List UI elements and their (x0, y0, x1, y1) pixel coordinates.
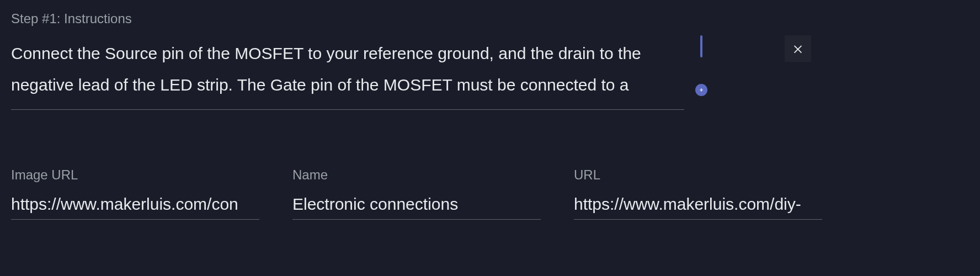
instructions-textarea[interactable] (11, 33, 684, 110)
plus-circle-icon (697, 86, 705, 94)
close-button[interactable] (785, 35, 811, 62)
name-label: Name (292, 167, 541, 183)
url-field-group: URL (574, 167, 822, 220)
instructions-input-wrapper (11, 33, 684, 112)
side-controls (695, 33, 707, 96)
fields-row: Image URL Name URL (11, 167, 969, 220)
image-url-input[interactable] (11, 189, 259, 220)
instructions-row (11, 33, 969, 112)
name-input[interactable] (292, 189, 541, 220)
step-instructions-label: Step #1: Instructions (11, 11, 969, 26)
url-label: URL (574, 167, 822, 183)
image-url-field-group: Image URL (11, 167, 259, 220)
url-input[interactable] (574, 189, 822, 220)
close-icon (792, 43, 804, 55)
add-button[interactable] (695, 84, 707, 96)
cursor-indicator (700, 35, 702, 57)
name-field-group: Name (292, 167, 541, 220)
step-instructions-section: Step #1: Instructions (11, 11, 969, 112)
image-url-label: Image URL (11, 167, 259, 183)
